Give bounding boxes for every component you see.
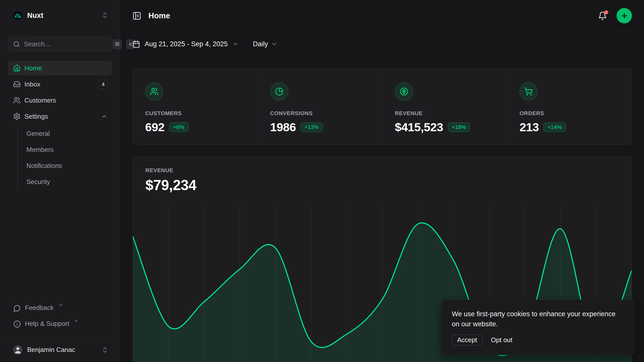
sidebar-item-label: Customers xyxy=(24,97,56,104)
sidebar-item-settings[interactable]: Settings xyxy=(8,109,112,124)
cookie-actions: Accept Opt out xyxy=(452,335,625,345)
subitem-label: Notifications xyxy=(26,162,62,170)
help-support-label: Help & Support xyxy=(25,320,69,328)
sidebar-item-label: Settings xyxy=(24,113,48,120)
sidebar-subitem-members[interactable]: Members xyxy=(18,142,112,158)
stat-label: CUSTOMERS xyxy=(145,110,248,117)
cookie-banner: We use first-party cookies to enhance yo… xyxy=(441,300,635,355)
revenue-total: $79,234 xyxy=(145,177,619,193)
revenue-chart-header: REVENUE $79,234 xyxy=(133,156,632,203)
chevrons-up-down-icon xyxy=(101,346,108,353)
page-title: Home xyxy=(148,11,170,20)
sidebar: Nuxt ⌘ K Home Inbox 4 xyxy=(0,0,120,362)
users-icon xyxy=(145,82,163,101)
avatar xyxy=(13,345,23,355)
external-link-icon xyxy=(58,303,63,307)
stat-card-orders[interactable]: ORDERS 213 +14% xyxy=(507,69,632,145)
sidebar-subitem-notifications[interactable]: Notifications xyxy=(18,158,112,174)
stat-value: 1986 xyxy=(270,120,296,134)
plus-icon xyxy=(620,12,628,20)
sidebar-item-inbox[interactable]: Inbox 4 xyxy=(8,77,112,92)
sidebar-footer: Feedback Help & Support xyxy=(8,301,112,333)
calendar-icon xyxy=(132,40,140,48)
search-icon xyxy=(13,41,20,48)
nuxt-logo-icon xyxy=(13,11,23,20)
sidebar-item-home[interactable]: Home xyxy=(8,61,112,75)
stat-delta-badge: +18% xyxy=(448,122,470,132)
settings-subnav: General Members Notifications Security xyxy=(18,125,112,190)
filters-toolbar: Aug 21, 2025 - Sep 4, 2025 Daily xyxy=(120,32,644,57)
header-actions xyxy=(598,8,632,23)
accept-button[interactable]: Accept xyxy=(452,335,482,345)
sidebar-subitem-general[interactable]: General xyxy=(18,125,112,142)
sidebar-spacer xyxy=(8,190,112,301)
stat-delta-badge: +14% xyxy=(543,122,566,132)
chevron-down-icon xyxy=(271,41,277,47)
subitem-label: Members xyxy=(26,146,54,154)
inbox-icon xyxy=(13,80,21,88)
stat-card-revenue[interactable]: REVENUE $415,523 +18% xyxy=(382,69,507,145)
date-range-picker[interactable]: Aug 21, 2025 - Sep 4, 2025 xyxy=(132,40,239,48)
sidebar-item-label: Home xyxy=(24,64,42,72)
notifications-button[interactable] xyxy=(598,11,607,20)
revenue-label: REVENUE xyxy=(145,167,619,174)
help-support-link[interactable]: Help & Support xyxy=(8,317,112,332)
chevron-down-icon xyxy=(232,41,239,47)
stat-delta-badge: +13% xyxy=(300,122,323,132)
team-switcher[interactable]: Nuxt xyxy=(8,6,112,25)
team-name: Nuxt xyxy=(27,11,43,20)
stat-value: 692 xyxy=(145,120,165,134)
home-icon xyxy=(13,64,21,72)
add-button[interactable] xyxy=(617,8,632,23)
notification-dot xyxy=(604,10,608,14)
granularity-select[interactable]: Daily xyxy=(253,40,277,48)
chevron-up-icon xyxy=(101,113,108,120)
stat-delta-badge: +6% xyxy=(169,122,188,132)
sidebar-nav: Home Inbox 4 Customers Settings xyxy=(8,61,112,125)
cookie-message: We use first-party cookies to enhance yo… xyxy=(452,309,625,329)
sidebar-item-customers[interactable]: Customers xyxy=(8,93,112,108)
user-menu[interactable]: Benjamin Canac xyxy=(0,337,120,362)
cart-icon xyxy=(519,82,538,101)
pie-chart-icon xyxy=(270,82,288,101)
external-link-icon xyxy=(74,319,78,323)
stat-value: 213 xyxy=(519,120,539,134)
stats-panel: CUSTOMERS 692 +6% CONVERSIONS 1986 +13% xyxy=(133,69,632,145)
sidebar-subitem-security[interactable]: Security xyxy=(18,174,112,190)
stat-label: CONVERSIONS xyxy=(270,110,372,117)
search-input[interactable] xyxy=(24,40,108,48)
sidebar-item-label: Inbox xyxy=(24,80,41,88)
subitem-label: General xyxy=(26,130,50,138)
stat-card-customers[interactable]: CUSTOMERS 692 +6% xyxy=(133,69,258,145)
users-icon xyxy=(13,97,21,104)
date-range-label: Aug 21, 2025 - Sep 4, 2025 xyxy=(145,40,228,48)
stat-label: REVENUE xyxy=(395,110,497,117)
granularity-label: Daily xyxy=(253,40,268,48)
inbox-count-badge: 4 xyxy=(99,79,108,89)
chevrons-up-down-icon xyxy=(101,12,108,19)
feedback-link[interactable]: Feedback xyxy=(8,301,112,316)
stat-card-conversions[interactable]: CONVERSIONS 1986 +13% xyxy=(258,69,382,145)
info-circle-icon xyxy=(13,320,21,328)
opt-out-button[interactable]: Opt out xyxy=(491,336,512,344)
message-bubble-icon xyxy=(13,304,21,312)
sidebar-collapse-button[interactable] xyxy=(132,11,141,20)
subitem-label: Security xyxy=(26,178,50,186)
user-name: Benjamin Canac xyxy=(27,346,75,354)
top-header: Home xyxy=(120,0,644,32)
stat-label: ORDERS xyxy=(519,110,622,117)
stat-value: $415,523 xyxy=(395,120,443,134)
gear-icon xyxy=(13,113,21,120)
feedback-label: Feedback xyxy=(25,304,54,312)
search-box[interactable]: ⌘ K xyxy=(8,37,112,51)
dollar-circle-icon xyxy=(395,82,413,101)
